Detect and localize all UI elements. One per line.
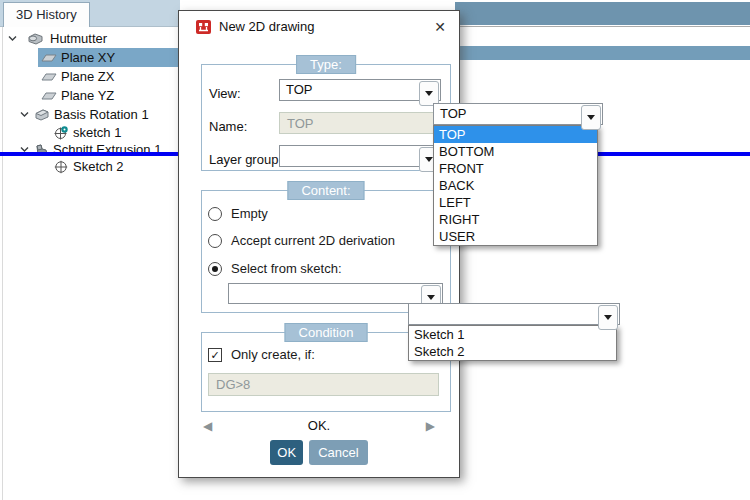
condition-group-label: Condition [285, 323, 368, 342]
close-icon[interactable]: ✕ [431, 18, 449, 36]
tree-item-plane-yz[interactable]: Plane YZ [0, 86, 180, 105]
toolbar-band-2 [455, 46, 750, 60]
plane-icon [41, 72, 57, 82]
list-item-back[interactable]: BACK [434, 177, 597, 194]
tree-item-sketch-2[interactable]: Sketch 2 [0, 157, 180, 176]
new-2d-drawing-dialog: New 2D drawing ✕ Type: View: TOP Name: T… [178, 10, 460, 478]
nut-icon [26, 33, 44, 45]
list-item-user[interactable]: USER [434, 228, 597, 245]
radio-empty[interactable]: Empty [208, 206, 268, 221]
condition-expression-field[interactable]: DG>8 [208, 373, 439, 396]
tree-item-label: sketch 1 [73, 125, 121, 140]
radio-label: Empty [231, 206, 268, 221]
dialog-buttons: OK Cancel [179, 440, 459, 466]
condition-expression-value: DG>8 [216, 377, 250, 392]
radio-label: Accept current 2D derivation [231, 233, 395, 248]
sketch-options-combobox[interactable] [408, 303, 620, 325]
tree-item-label: Basis Rotation 1 [54, 107, 149, 122]
content-group-label: Content: [287, 181, 364, 200]
tree-item-label: Plane XY [61, 50, 115, 65]
view-options-combobox[interactable]: TOP [433, 103, 603, 125]
dialog-nav-row: ◀ OK. ▶ [179, 418, 459, 436]
only-create-if-checkbox-row[interactable]: ✓ Only create, if: [208, 347, 315, 362]
tree-item-label: Sketch 2 [73, 159, 124, 174]
ok-button[interactable]: OK [270, 440, 303, 465]
checkbox-label: Only create, if: [231, 347, 315, 362]
radio-icon[interactable] [208, 234, 222, 248]
chevron-down-icon[interactable] [8, 34, 17, 43]
list-item-sketch-2[interactable]: Sketch 2 [409, 343, 616, 360]
next-arrow-icon[interactable]: ▶ [426, 419, 435, 433]
radio-checked-icon[interactable] [208, 262, 222, 276]
chevron-down-icon[interactable] [20, 110, 29, 119]
dropdown-arrow-icon[interactable] [598, 305, 618, 330]
list-item-bottom[interactable]: BOTTOM [434, 143, 597, 160]
toolbar-band [455, 2, 750, 25]
name-label: Name: [209, 119, 247, 134]
checkbox-checked-icon[interactable]: ✓ [208, 348, 222, 362]
view-options-list: TOP BOTTOM FRONT BACK LEFT RIGHT USER [433, 125, 598, 246]
radio-icon[interactable] [208, 207, 222, 221]
drawing-app-icon [196, 20, 211, 37]
view-combobox[interactable]: TOP [279, 79, 441, 101]
tab-3d-history[interactable]: 3D History [3, 2, 90, 27]
panel-tab-strip: 3D History [0, 0, 180, 27]
radio-label: Select from sketch: [231, 261, 342, 276]
plane-icon [41, 91, 57, 101]
prev-arrow-icon[interactable]: ◀ [203, 419, 212, 433]
cancel-button[interactable]: Cancel [309, 440, 367, 465]
nav-status-text: OK. [308, 418, 330, 433]
tab-label: 3D History [16, 7, 77, 22]
list-item-front[interactable]: FRONT [434, 160, 597, 177]
sketch-options-list: Sketch 1 Sketch 2 [408, 325, 617, 361]
tree-item-hutmutter[interactable]: Hutmutter [0, 29, 180, 48]
tree-item-plane-zx[interactable]: Plane ZX [0, 67, 180, 86]
tree-item-label: Plane YZ [61, 88, 114, 103]
list-item-sketch-1[interactable]: Sketch 1 [409, 326, 616, 343]
view-label: View: [209, 86, 241, 101]
name-field-value: TOP [287, 116, 314, 131]
list-item-top[interactable]: TOP [434, 126, 597, 143]
tree-item-plane-xy[interactable]: Plane XY [0, 48, 180, 67]
radio-accept-current-2d-derivation[interactable]: Accept current 2D derivation [208, 233, 395, 248]
view-options-combobox-value: TOP [440, 104, 467, 124]
plane-icon [41, 53, 57, 63]
list-item-left[interactable]: LEFT [434, 194, 597, 211]
tree-item-label: Hutmutter [50, 31, 107, 46]
view-combobox-value: TOP [286, 80, 313, 100]
dropdown-arrow-icon[interactable] [581, 105, 601, 130]
sketch-icon [54, 126, 68, 140]
rotation-solid-icon [34, 109, 50, 121]
tree-item-basis-rotation[interactable]: Basis Rotation 1 [0, 105, 180, 124]
toolbar-divider [455, 26, 750, 27]
dialog-title: New 2D drawing [219, 19, 314, 34]
layer-group-label: Layer group: [209, 152, 282, 167]
sketch-icon [54, 160, 68, 174]
tree-item-label: Plane ZX [61, 69, 114, 84]
sketch-select-combobox[interactable] [228, 283, 443, 304]
type-group-label: Type: [296, 55, 356, 74]
layer-group-combobox[interactable] [279, 145, 441, 167]
dialog-titlebar[interactable]: New 2D drawing ✕ [179, 11, 459, 43]
list-item-right[interactable]: RIGHT [434, 211, 597, 228]
radio-select-from-sketch[interactable]: Select from sketch: [208, 261, 342, 276]
name-field[interactable]: TOP [279, 112, 441, 134]
